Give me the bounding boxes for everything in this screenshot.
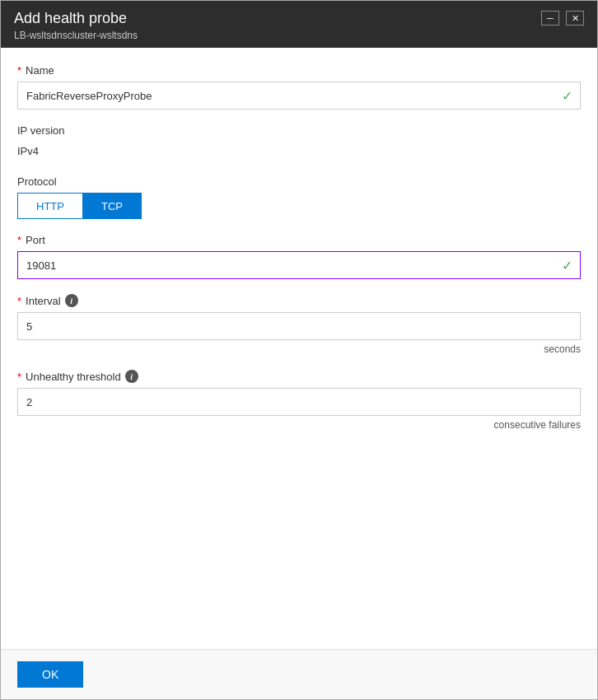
protocol-buttons: HTTP TCP xyxy=(17,193,581,219)
ip-version-label-text: IP version xyxy=(17,124,65,137)
interval-label: * Interval i xyxy=(17,294,581,307)
interval-hint: seconds xyxy=(17,343,581,355)
dialog-window: Add health probe LB-wsltsdnscluster-wslt… xyxy=(0,0,598,700)
ip-version-group: IP version IPv4 xyxy=(17,124,581,161)
ip-version-value: IPv4 xyxy=(17,142,581,161)
protocol-tcp-button[interactable]: TCP xyxy=(82,193,142,219)
minimize-button[interactable]: ─ xyxy=(541,11,559,26)
ip-version-label: IP version xyxy=(17,124,581,137)
protocol-label: Protocol xyxy=(17,175,581,188)
name-check-icon: ✓ xyxy=(562,88,572,104)
title-bar-left: Add health probe LB-wsltsdnscluster-wslt… xyxy=(14,9,138,41)
close-button[interactable]: ✕ xyxy=(566,11,584,26)
port-input-wrapper: ✓ xyxy=(17,251,581,279)
port-check-icon: ✓ xyxy=(562,258,572,273)
port-required-star: * xyxy=(17,234,21,246)
dialog-subtitle: LB-wsltsdnscluster-wsltsdns xyxy=(14,30,138,41)
interval-info-icon[interactable]: i xyxy=(65,294,78,307)
title-bar: Add health probe LB-wsltsdnscluster-wslt… xyxy=(1,1,597,48)
unhealthy-threshold-group: * Unhealthy threshold i consecutive fail… xyxy=(17,370,581,431)
title-bar-controls: ─ ✕ xyxy=(541,11,584,26)
unhealthy-threshold-info-icon[interactable]: i xyxy=(125,370,138,383)
interval-input[interactable] xyxy=(17,312,581,340)
name-label-text: Name xyxy=(26,64,54,77)
port-input[interactable] xyxy=(17,251,581,279)
unhealthy-threshold-hint: consecutive failures xyxy=(17,419,581,431)
form-content: * Name ✓ IP version IPv4 Protocol HTTP T… xyxy=(1,48,597,649)
unhealthy-threshold-label-text: Unhealthy threshold xyxy=(26,371,121,383)
unhealthy-threshold-required-star: * xyxy=(17,371,21,383)
name-group: * Name ✓ xyxy=(17,64,581,110)
interval-required-star: * xyxy=(17,295,21,307)
protocol-http-button[interactable]: HTTP xyxy=(17,193,82,219)
port-group: * Port ✓ xyxy=(17,234,581,279)
port-label: * Port xyxy=(17,234,581,246)
name-input-wrapper: ✓ xyxy=(17,82,581,110)
name-label: * Name xyxy=(17,64,581,77)
unhealthy-threshold-input[interactable] xyxy=(17,388,581,416)
name-required-star: * xyxy=(17,64,21,77)
port-label-text: Port xyxy=(26,234,45,246)
ok-button[interactable]: OK xyxy=(17,661,83,688)
protocol-label-text: Protocol xyxy=(17,175,57,188)
protocol-group: Protocol HTTP TCP xyxy=(17,175,581,219)
name-input[interactable] xyxy=(17,82,581,110)
unhealthy-threshold-label: * Unhealthy threshold i xyxy=(17,370,581,383)
interval-label-text: Interval xyxy=(26,295,61,307)
interval-group: * Interval i seconds xyxy=(17,294,581,355)
footer: OK xyxy=(1,649,597,699)
dialog-title: Add health probe xyxy=(14,9,138,28)
